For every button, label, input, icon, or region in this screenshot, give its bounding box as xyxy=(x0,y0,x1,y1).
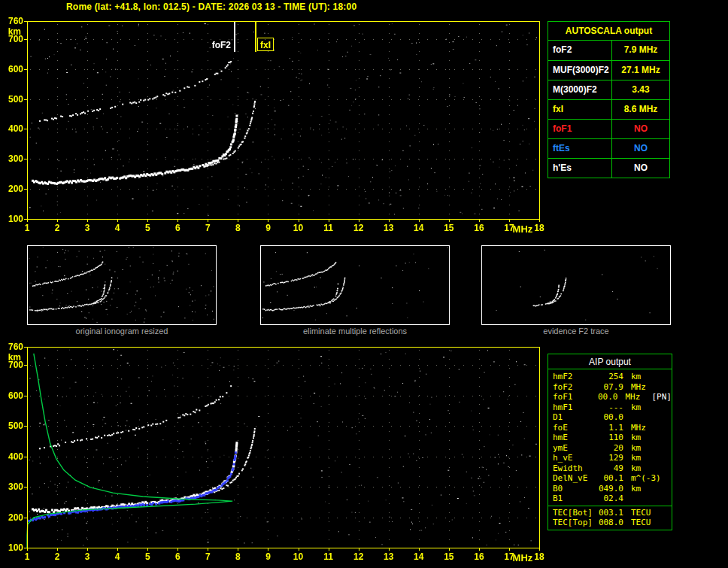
param-value: NO xyxy=(612,159,669,178)
aip-val: 003.1 xyxy=(596,508,623,518)
aip-val: 07.9 xyxy=(596,382,623,393)
param-value: 3.43 xyxy=(612,80,669,99)
autoscala-output-table: AUTOSCALA output foF27.9 MHzMUF(3000)F22… xyxy=(548,21,670,178)
aip-unit: km xyxy=(623,484,658,494)
aip-table-header: AIP output xyxy=(548,354,672,369)
aip-extra xyxy=(658,372,660,382)
aip-name: TEC[Top] xyxy=(553,518,596,528)
param-label: foF2 xyxy=(548,41,612,60)
aip-row-B1: B102.4 xyxy=(553,494,672,504)
aip-row-TEC[Top]: TEC[Top]008.0TECU xyxy=(553,518,672,528)
autoscala-row-foF1: foF1NO xyxy=(548,119,669,138)
aip-name: D1 xyxy=(553,412,596,423)
aip-extra xyxy=(658,473,660,484)
autoscala-row-ftEs: ftEsNO xyxy=(548,138,669,158)
thumbnail-evidence-f2-trace xyxy=(481,245,671,325)
aip-extra xyxy=(658,443,660,454)
aip-name: foE xyxy=(553,423,596,433)
thumbnail-original-ionogram xyxy=(27,245,217,325)
aip-unit: MHz xyxy=(623,423,658,433)
aip-name: foF2 xyxy=(553,382,596,393)
aip-val: 1.1 xyxy=(596,423,623,433)
param-label: MUF(3000)F2 xyxy=(548,61,612,80)
aip-name: hmF1 xyxy=(553,402,596,413)
aip-table-rows: hmF2254kmfoF207.9MHzfoF100.0MHz[PN]hmF1-… xyxy=(548,369,672,530)
autoscala-row-h'Es: h'EsNO xyxy=(548,158,669,178)
aip-name: B0 xyxy=(553,484,596,494)
aip-extra xyxy=(658,484,660,494)
aip-val: 254 xyxy=(596,372,623,382)
thumbnail-caption-original: original ionogram resized xyxy=(27,327,217,336)
aip-row-TEC[Bot]: TEC[Bot]003.1TECU xyxy=(553,508,672,518)
aip-extra: [PN] xyxy=(651,392,672,402)
aip-val: --- xyxy=(596,402,623,413)
aip-unit xyxy=(623,412,658,423)
aip-extra xyxy=(658,508,660,518)
aip-name: foF1 xyxy=(553,392,593,402)
param-label: ftEs xyxy=(548,139,612,158)
aip-val: 110 xyxy=(596,433,623,443)
param-label: h'Es xyxy=(548,159,612,178)
aip-row-foF2: foF207.9MHz xyxy=(553,382,672,393)
aip-unit: m^(-3) xyxy=(623,473,658,484)
aip-unit: MHz xyxy=(617,392,650,402)
aip-row-B0: B0049.0km xyxy=(553,484,672,494)
aip-extra xyxy=(658,463,660,474)
aip-name: DelN_vE xyxy=(553,473,596,484)
aip-val: 20 xyxy=(596,443,623,454)
aip-unit: TECU xyxy=(623,518,658,528)
aip-val: 49 xyxy=(596,463,623,474)
aip-name: ymE xyxy=(553,443,596,454)
station-title: Rome (lat: +41.8, lon: 012.5) - DATE: 20… xyxy=(66,2,356,12)
aip-extra xyxy=(658,412,660,423)
aip-extra xyxy=(658,453,660,463)
aip-val: 008.0 xyxy=(596,518,623,528)
aip-name: TEC[Bot] xyxy=(553,508,596,518)
aip-extra xyxy=(658,433,660,443)
aip-unit: km xyxy=(623,402,658,413)
autoscala-row-foF2: foF27.9 MHz xyxy=(548,41,669,60)
aip-name: B1 xyxy=(553,494,596,504)
param-value: 27.1 MHz xyxy=(612,61,669,80)
aip-row-hmF1: hmF1---km xyxy=(553,402,672,413)
autoscala-table-rows: foF27.9 MHzMUF(3000)F227.1 MHzM(3000)F23… xyxy=(548,41,669,178)
aip-row-DelN_vE: DelN_vE00.1m^(-3) xyxy=(553,473,672,484)
aip-unit: km xyxy=(623,443,658,454)
aip-name: Ewidth xyxy=(553,463,596,474)
aip-unit: TECU xyxy=(623,508,658,518)
autoscala-row-M(3000)F2: M(3000)F23.43 xyxy=(548,80,669,99)
param-value: NO xyxy=(612,139,669,158)
aip-name: hmE xyxy=(553,433,596,443)
aip-val: 129 xyxy=(596,453,623,463)
aip-output-table: AIP output hmF2254kmfoF207.9MHzfoF100.0M… xyxy=(548,354,672,530)
thumbnail-caption-eliminate: eliminate multiple reflections xyxy=(260,327,450,336)
autoscala-table-header: AUTOSCALA output xyxy=(548,22,669,41)
aip-extra xyxy=(658,382,660,393)
aip-val: 049.0 xyxy=(596,484,623,494)
profile-ionogram-plot xyxy=(0,338,544,568)
main-ionogram-plot xyxy=(0,12,544,236)
param-value: 7.9 MHz xyxy=(612,41,669,60)
aip-row-foE: foE1.1MHz xyxy=(553,423,672,433)
aip-name: hmF2 xyxy=(553,372,596,382)
aip-row-foF1: foF100.0MHz[PN] xyxy=(553,392,672,402)
aip-unit xyxy=(623,494,658,504)
aip-val: 00.0 xyxy=(593,392,617,402)
aip-row-hmF2: hmF2254km xyxy=(553,372,672,382)
aip-val: 00.0 xyxy=(596,412,623,423)
aip-unit: km xyxy=(623,433,658,443)
aip-unit: km xyxy=(623,372,658,382)
aip-extra xyxy=(658,518,660,528)
aip-extra xyxy=(658,402,660,413)
aip-row-hmE: hmE110km xyxy=(553,433,672,443)
param-label: fxI xyxy=(548,100,612,119)
aip-row-D1: D100.0 xyxy=(553,412,672,423)
aip-name: h_vE xyxy=(553,453,596,463)
aip-val: 00.1 xyxy=(596,473,623,484)
aip-unit: km xyxy=(623,463,658,474)
aip-table-divider xyxy=(548,506,672,506)
aip-row-Ewidth: Ewidth49km xyxy=(553,463,672,474)
aip-row-ymE: ymE20km xyxy=(553,443,672,454)
aip-unit: MHz xyxy=(623,382,658,393)
aip-val: 02.4 xyxy=(596,494,623,504)
